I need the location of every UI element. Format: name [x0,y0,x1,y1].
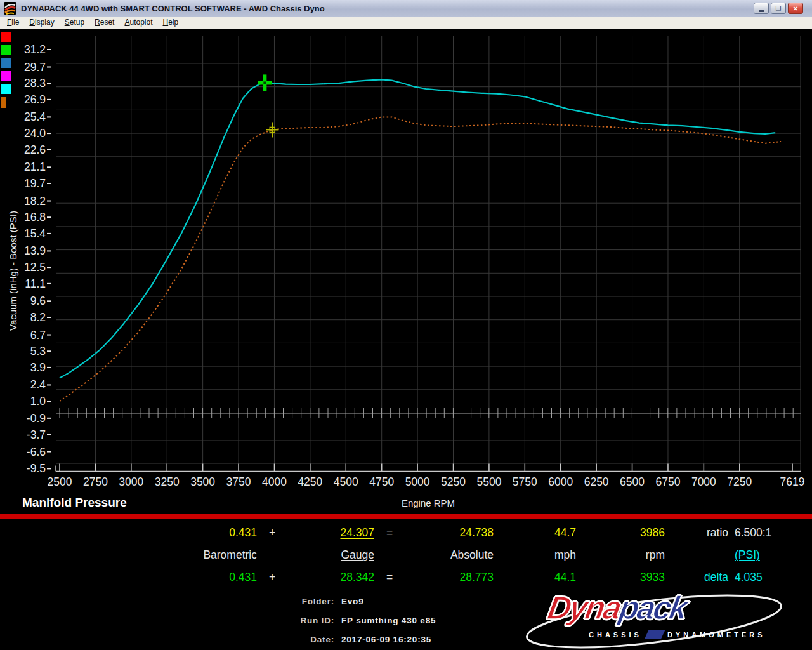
dynapack-logo: Dynapack CHASSIS DYNAMOMETERS [521,594,787,649]
svg-text:7619: 7619 [780,475,805,488]
barometric-value-cur: 0.431 [0,571,257,584]
mph-value-ref: 44.7 [494,526,576,540]
svg-text:3750: 3750 [226,475,251,488]
barometric-label: Barometric [0,548,257,562]
rpm-value-cur: 3933 [576,571,665,584]
chart-plot[interactable]: 31.229.728.326.925.424.022.621.119.718.2… [0,0,812,515]
svg-text:9.6: 9.6 [30,295,46,307]
svg-text:13.9: 13.9 [24,244,46,257]
svg-text:24.0: 24.0 [24,127,46,140]
ratio-value: 6.500:1 [728,526,812,540]
legend-swatch-1[interactable] [1,45,11,55]
legend-swatch-2[interactable] [1,58,11,68]
delta-label[interactable]: delta [665,571,728,584]
logo-subtitle: CHASSIS DYNAMOMETERS [589,630,766,639]
rpm-value-ref: 3986 [576,526,665,540]
svg-text:2.4: 2.4 [30,378,46,391]
y-axis-title: Vacuum (inHg) - Boost (PSI) [8,211,18,331]
svg-text:3000: 3000 [119,475,143,488]
svg-text:12.5: 12.5 [24,261,46,274]
logo-slab [645,630,665,639]
run-info: Folder: Evo9 Run ID: FP sumthing 430 e85… [0,592,436,649]
date-value: 2017-06-09 16:20:35 [341,635,436,644]
mph-label: mph [494,548,576,562]
psi-units-link[interactable]: (PSI) [728,548,812,562]
equals-sign-ref: = [374,526,405,540]
absolute-label: Absolute [405,548,494,562]
svg-text:31.2: 31.2 [24,43,46,56]
svg-text:4500: 4500 [334,475,358,488]
svg-text:5250: 5250 [441,475,466,488]
folder-label: Folder: [0,597,334,606]
svg-text:3.9: 3.9 [30,361,46,374]
svg-text:8.2: 8.2 [30,311,46,324]
svg-text:6500: 6500 [620,475,645,488]
run-id-label: Run ID: [0,616,334,625]
equals-sign-cur: = [374,571,405,584]
svg-text:29.7: 29.7 [24,61,46,74]
barometric-value-ref: 0.431 [0,526,257,540]
run-id-value: FP sumthing 430 e85 [341,616,436,625]
legend-swatch-0[interactable] [1,32,11,42]
svg-text:4000: 4000 [262,475,287,488]
svg-text:1.0: 1.0 [30,395,46,408]
svg-text:3500: 3500 [190,475,215,488]
x-axis-title: Engine RPM [402,498,455,508]
mph-value-cur: 44.1 [494,571,576,584]
svg-text:15.4: 15.4 [24,227,46,240]
svg-text:2500: 2500 [48,475,72,488]
absolute-value-ref: 24.738 [405,526,494,540]
plus-sign-cur: + [257,571,287,584]
rpm-label: rpm [576,548,665,562]
svg-text:22.6: 22.6 [24,143,46,156]
svg-text:7000: 7000 [691,475,716,488]
svg-text:19.7: 19.7 [24,177,46,190]
svg-text:6250: 6250 [584,475,609,488]
svg-text:18.2: 18.2 [24,195,46,208]
svg-text:-0.9: -0.9 [27,412,46,425]
svg-text:4750: 4750 [369,475,394,488]
app-window: DYNAPACK 44 4WD with SMART CONTROL SOFTW… [0,0,812,650]
legend-swatch-4[interactable] [1,84,11,94]
gauge-label[interactable]: Gauge [287,548,374,562]
gauge-value-cur[interactable]: 28.342 [287,571,374,584]
readout-panel: 0.431 + 24.307 = 24.738 44.7 3986 ratio … [0,522,812,588]
separator-bar [0,514,812,519]
svg-text:28.3: 28.3 [24,77,46,90]
svg-text:11.1: 11.1 [25,277,46,290]
legend-swatch-3[interactable] [1,71,11,81]
gauge-value-ref[interactable]: 24.307 [287,526,374,540]
svg-text:4250: 4250 [298,475,322,488]
svg-text:16.8: 16.8 [24,211,46,223]
svg-text:6000: 6000 [548,475,573,488]
plus-sign-ref: + [257,526,287,540]
svg-text:6.7: 6.7 [30,329,46,342]
svg-text:21.1: 21.1 [24,161,46,173]
delta-value[interactable]: 4.035 [728,571,812,584]
folder-value: Evo9 [341,597,436,606]
svg-text:6750: 6750 [656,475,681,488]
svg-text:3250: 3250 [155,475,180,488]
svg-text:7250: 7250 [727,475,752,488]
svg-text:2750: 2750 [83,475,108,488]
absolute-value-cur: 28.773 [405,571,494,584]
svg-text:5000: 5000 [405,475,430,488]
svg-text:-3.7: -3.7 [27,428,46,441]
logo-wordmark: Dynapack [545,589,689,627]
date-label: Date: [0,635,334,644]
svg-text:-9.5: -9.5 [27,462,46,475]
svg-text:-6.6: -6.6 [27,446,46,458]
svg-text:5.3: 5.3 [30,345,46,357]
chart-title: Manifold Pressure [22,496,127,510]
svg-text:5750: 5750 [513,475,537,488]
svg-text:25.4: 25.4 [24,110,46,123]
svg-text:26.9: 26.9 [24,93,46,106]
legend-swatch-5[interactable] [1,97,6,108]
svg-text:5500: 5500 [476,475,501,488]
ratio-label: ratio [665,526,728,540]
